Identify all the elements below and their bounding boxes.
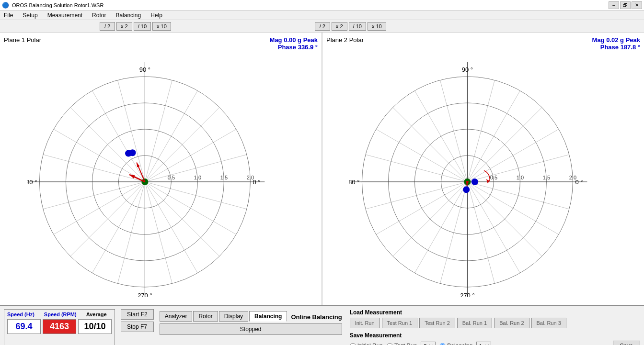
menu-file[interactable]: File (2, 11, 15, 19)
radio-test-run-label: Test Run (394, 343, 417, 345)
tb-x10-left[interactable]: x 10 (152, 22, 171, 31)
radio-balancing[interactable]: Balancing (439, 343, 472, 345)
save-button[interactable]: Save (613, 341, 640, 345)
main-content: Plane 1 Polar Mag 0.00 g Peak Phase 336.… (0, 33, 644, 305)
save-select-2[interactable]: 1 (476, 342, 491, 345)
save-row: Initial Run Test Run 2 Balancing 1 Save (350, 341, 640, 345)
radio-initial-run-label: Initial Run (357, 343, 383, 345)
load-test-run2[interactable]: Test Run 2 (419, 318, 455, 328)
tab-rotor[interactable]: Rotor (193, 311, 218, 322)
menu-help[interactable]: Help (149, 11, 164, 19)
toolbar-right: / 2 x 2 / 10 x 10 (315, 22, 386, 31)
minimize-button[interactable]: – (609, 1, 619, 9)
window-title: OROS Balancing Solution Rotor1.WSR (12, 2, 104, 8)
load-bal-run3[interactable]: Bal. Run 3 (531, 318, 566, 328)
load-title: Load Measurement (350, 309, 640, 316)
save-select-1[interactable]: 2 (421, 342, 436, 345)
title-bar: 🔵 OROS Balancing Solution Rotor1.WSR – 🗗… (0, 0, 644, 11)
radio-balancing-label: Balancing (447, 343, 472, 345)
speed-values: 69.4 4163 10/10 (7, 319, 112, 334)
plane2-mag-value: 0.02 g Peak (606, 36, 640, 44)
load-section: Load Measurement Init. Run Test Run 1 Te… (350, 309, 640, 345)
save-section: Save Measurement Initial Run Test Run 2 … (350, 332, 640, 345)
hz-label: Speed (Hz) (7, 312, 34, 317)
toolbar-row: / 2 x 2 / 10 x 10 / 2 x 2 / 10 x 10 (0, 20, 644, 33)
radio-balancing-input[interactable] (439, 343, 446, 345)
title-bar-controls[interactable]: – 🗗 ✕ (609, 1, 642, 9)
menu-balancing[interactable]: Balancing (114, 11, 143, 19)
tab-display[interactable]: Display (219, 311, 248, 322)
close-button[interactable]: ✕ (632, 1, 642, 9)
tabs-section: Analyzer Rotor Display Balancing Online … (160, 309, 342, 345)
bottom-panel: Speed (Hz) Speed (RPM) Average 69.4 4163… (0, 305, 644, 345)
plane2-canvas (349, 57, 618, 297)
tab-analyzer[interactable]: Analyzer (160, 311, 193, 322)
load-bal-run1[interactable]: Bal. Run 1 (457, 318, 492, 328)
plane1-phase-value: 336.9 ° (298, 44, 318, 51)
tb-div2-right[interactable]: / 2 (315, 22, 330, 31)
tb-div2-left[interactable]: / 2 (100, 22, 115, 31)
load-buttons: Init. Run Test Run 1 Test Run 2 Bal. Run… (350, 318, 640, 328)
avg-value: 10/10 (78, 319, 112, 334)
plane2-header: Plane 2 Polar Mag 0.02 g Peak Phase 187.… (326, 36, 640, 51)
rpm-label: Speed (RPM) (44, 312, 77, 317)
tb-x2-right[interactable]: x 2 (332, 22, 347, 31)
plane1-phase-label: Phase (278, 44, 296, 51)
tab-buttons: Analyzer Rotor Display Balancing Online … (160, 311, 342, 322)
plane1-mag: Mag 0.00 g Peak Phase 336.9 ° (270, 36, 318, 51)
speed-section: Speed (Hz) Speed (RPM) Average 69.4 4163… (4, 309, 115, 345)
menu-bar: File Setup Measurement Rotor Balancing H… (0, 11, 644, 20)
plane2-phase-value: 187.8 ° (621, 44, 640, 51)
menu-rotor[interactable]: Rotor (90, 11, 108, 19)
load-init-run[interactable]: Init. Run (350, 318, 380, 328)
radio-initial-run[interactable]: Initial Run (350, 343, 383, 345)
start-stop-section: Start F2 Stop F7 (121, 309, 154, 345)
stopped-status: Stopped (160, 323, 342, 335)
app-icon: 🔵 (2, 2, 9, 9)
tb-div10-left[interactable]: / 10 (134, 22, 151, 31)
load-bal-run2[interactable]: Bal. Run 2 (494, 318, 529, 328)
load-test-run1[interactable]: Test Run 1 (382, 318, 418, 328)
tb-div10-right[interactable]: / 10 (349, 22, 366, 31)
plane1-mag-value: 0.00 g Peak (284, 36, 318, 44)
radio-initial-run-input[interactable] (350, 343, 356, 345)
tab-balancing[interactable]: Balancing (249, 311, 287, 322)
plane1-mag-label: Mag (270, 36, 282, 44)
plane1-title: Plane 1 Polar (4, 36, 41, 44)
plane2-container: Plane 2 Polar Mag 0.02 g Peak Phase 187.… (322, 33, 644, 305)
plane2-title: Plane 2 Polar (326, 36, 364, 44)
plane2-phase-label: Phase (600, 44, 619, 51)
radio-test-run[interactable]: Test Run (387, 343, 417, 345)
tb-x2-left[interactable]: x 2 (116, 22, 132, 31)
radio-test-run-input[interactable] (387, 343, 393, 345)
stop-button[interactable]: Stop F7 (121, 322, 154, 332)
speed-labels: Speed (Hz) Speed (RPM) Average (7, 312, 112, 317)
plane2-chart-area (326, 53, 640, 301)
tb-x10-right[interactable]: x 10 (368, 22, 386, 31)
plane1-chart-area (4, 53, 318, 301)
title-bar-left: 🔵 OROS Balancing Solution Rotor1.WSR (2, 2, 104, 9)
menu-setup[interactable]: Setup (21, 11, 39, 19)
plane1-canvas (27, 57, 295, 297)
plane1-container: Plane 1 Polar Mag 0.00 g Peak Phase 336.… (0, 33, 322, 305)
plane1-header: Plane 1 Polar Mag 0.00 g Peak Phase 336.… (4, 36, 318, 51)
restore-button[interactable]: 🗗 (620, 1, 631, 9)
online-balancing-label: Online Balancing (291, 313, 342, 321)
plane2-mag: Mag 0.02 g Peak Phase 187.8 ° (592, 36, 640, 51)
toolbar-left: / 2 x 2 / 10 x 10 (100, 22, 171, 31)
menu-measurement[interactable]: Measurement (46, 11, 84, 19)
save-title: Save Measurement (350, 332, 640, 339)
hz-value: 69.4 (7, 319, 41, 334)
plane2-mag-label: Mag (592, 36, 605, 44)
start-button[interactable]: Start F2 (121, 309, 154, 320)
rpm-value: 4163 (43, 319, 76, 334)
avg-label: Average (86, 312, 107, 317)
